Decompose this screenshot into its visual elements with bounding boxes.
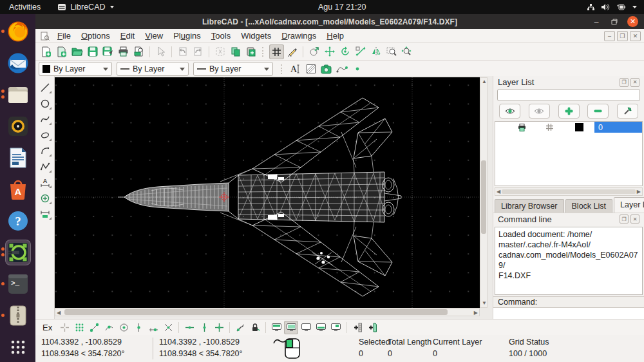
close-button[interactable]: ✕ (627, 16, 638, 27)
layer-name-cell[interactable]: 0 (594, 122, 642, 133)
restrict-orthogonal-button[interactable] (212, 321, 226, 334)
scroll-right-icon[interactable]: ▶ (474, 310, 478, 316)
grid-toggle-button[interactable] (269, 44, 284, 59)
snap-endpoint-button[interactable] (87, 321, 101, 334)
app-menu-button[interactable]: LibreCAD (57, 3, 114, 12)
mirror-button[interactable] (368, 44, 383, 59)
menu-help[interactable]: Help (321, 30, 349, 41)
paste-button[interactable] (243, 44, 258, 59)
line-width-combo[interactable]: By Layer (117, 62, 189, 76)
menu-tools[interactable]: Tools (206, 30, 236, 41)
line-type-combo[interactable]: By Layer (193, 62, 273, 76)
minimize-button[interactable]: – (591, 17, 601, 27)
layer-row[interactable]: 0 (495, 122, 642, 133)
mdi-close-button[interactable]: ✕ (630, 31, 641, 41)
add-entity-button[interactable] (365, 321, 379, 334)
set-relative-zero-button[interactable] (233, 321, 247, 334)
dock-item-archive-manager[interactable] (5, 303, 31, 329)
drawing-canvas[interactable] (55, 77, 480, 308)
scroll-right-icon[interactable]: ▶ (637, 189, 641, 195)
cut-button[interactable] (213, 44, 227, 59)
view-front-button[interactable] (328, 321, 343, 334)
print-preview-button[interactable] (131, 44, 146, 59)
tab-library-browser[interactable]: Library Browser (495, 199, 564, 213)
command-input[interactable] (493, 308, 644, 319)
show-applications-button[interactable] (5, 334, 31, 360)
tab-block-list[interactable]: Block List (565, 199, 613, 213)
dim-aligned-tool-button[interactable] (37, 207, 53, 221)
show-all-layers-button[interactable] (499, 104, 520, 119)
dock-splitter[interactable] (488, 76, 493, 319)
dock-item-help[interactable]: ? (5, 208, 31, 234)
line-tool-button[interactable] (37, 81, 53, 95)
dock-item-libreoffice-writer[interactable] (5, 145, 31, 171)
zoom-auto-button[interactable] (399, 44, 414, 59)
print-button[interactable] (116, 44, 131, 59)
dock-item-ubuntu-software[interactable]: A (5, 176, 31, 202)
canvas-horizontal-scrollbar[interactable]: ◀ ▶ (55, 308, 480, 316)
menu-plugins[interactable]: Plugins (168, 30, 206, 41)
restrict-vertical-button[interactable] (197, 321, 211, 334)
polyline-tools-button[interactable] (334, 62, 349, 77)
dimension-tool-button[interactable]: A (37, 175, 53, 189)
dock-item-librecad[interactable] (5, 240, 31, 265)
layer-color-cell[interactable] (564, 122, 594, 133)
open-button[interactable] (70, 44, 84, 59)
add-to-selection-button[interactable] (350, 321, 364, 334)
dock-horizontal-scrollbar[interactable]: ◀ ▶ (495, 187, 643, 196)
scroll-left-icon[interactable]: ◀ (57, 310, 61, 316)
activities-button[interactable]: Activities (9, 3, 41, 12)
snap-distance-button[interactable] (146, 321, 160, 334)
dock-scroll-thumb[interactable] (502, 189, 636, 194)
menu-drawings[interactable]: Drawings (276, 30, 321, 41)
view-grid-iso-button[interactable] (284, 321, 298, 334)
command-panel-float-button[interactable]: ❐ (620, 214, 629, 224)
layer-panel-close-button[interactable]: ✕ (630, 78, 639, 87)
move-copy-button[interactable] (322, 44, 337, 59)
insert-image-button[interactable] (319, 62, 334, 77)
scroll-up-icon[interactable]: ▲ (482, 79, 487, 84)
hide-all-layers-button[interactable] (529, 104, 550, 119)
system-tray[interactable] (587, 0, 638, 14)
scroll-left-icon[interactable]: ◀ (497, 189, 500, 195)
snap-free-button[interactable] (57, 321, 71, 334)
layer-panel-float-button[interactable]: ❐ (620, 78, 629, 87)
canvas-vertical-scrollbar[interactable]: ▲ ▼ (480, 77, 488, 308)
command-history[interactable]: Loaded document: /home/ master/.cache/.f… (495, 227, 643, 296)
snap-intersection-button[interactable] (161, 321, 175, 334)
snap-grid-button[interactable] (72, 321, 86, 334)
new-document-button[interactable] (39, 44, 53, 59)
redo-button[interactable] (191, 44, 205, 59)
color-combo[interactable]: By Layer (39, 62, 112, 76)
insert-tool-button[interactable] (37, 191, 53, 205)
vertical-scroll-thumb[interactable] (481, 160, 486, 234)
scale-button[interactable] (353, 44, 368, 59)
tab-layer-list[interactable]: Layer List (614, 197, 644, 213)
circle-tool-button[interactable] (37, 97, 53, 111)
mdi-minimize-button[interactable]: – (604, 31, 615, 41)
save-button[interactable] (85, 44, 100, 59)
mtext-button[interactable]: A (288, 62, 303, 77)
menu-widgets[interactable]: Widgets (236, 30, 276, 41)
clock[interactable]: Agu 17 21:20 (318, 0, 366, 14)
restore-button[interactable] (609, 17, 620, 27)
undo-button[interactable] (175, 44, 190, 59)
menu-view[interactable]: View (140, 30, 168, 41)
hatch-button[interactable] (303, 62, 318, 77)
arc-tool-button[interactable] (37, 144, 53, 158)
dock-item-firefox[interactable] (5, 19, 31, 44)
spline-tool-button[interactable] (37, 112, 53, 126)
add-layer-button[interactable] (558, 104, 580, 119)
layer-construction-cell[interactable] (535, 122, 564, 133)
save-as-button[interactable] (100, 44, 115, 59)
document-icon[interactable] (40, 32, 50, 41)
dock-item-files[interactable] (5, 82, 31, 108)
dock-item-thunderbird[interactable] (5, 50, 31, 76)
ellipse-tool-button[interactable] (37, 128, 53, 142)
layer-select-cell[interactable] (495, 122, 508, 133)
new-from-template-button[interactable] (54, 44, 69, 59)
view-grid-ortho-button[interactable] (269, 321, 283, 334)
scroll-down-icon[interactable]: ▼ (482, 301, 487, 306)
restrict-horizontal-button[interactable] (182, 321, 196, 334)
draft-mode-button[interactable] (285, 44, 299, 59)
